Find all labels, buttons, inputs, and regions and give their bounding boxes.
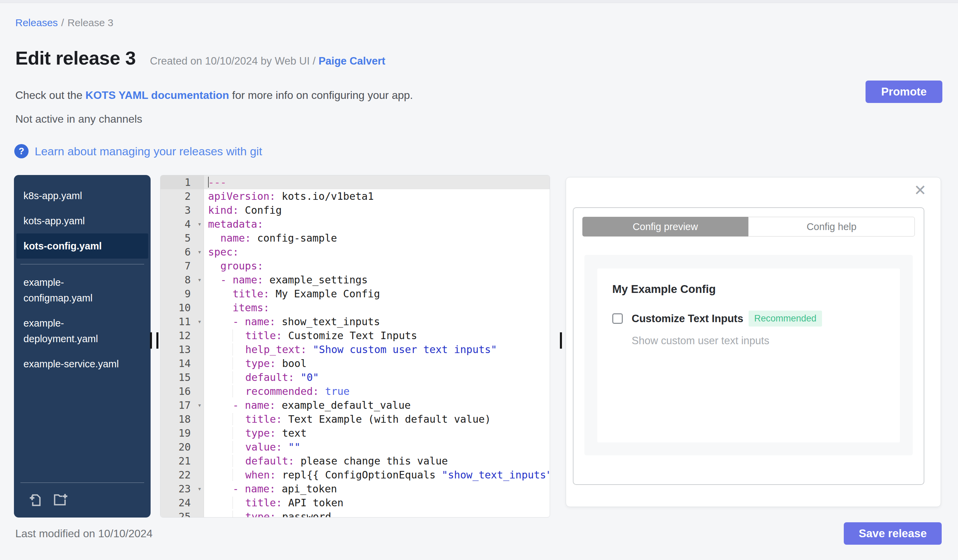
- config-item-help-text: Show custom user text inputs: [632, 335, 885, 347]
- editor-row: 7 groups:: [160, 259, 550, 273]
- gutter-cell[interactable]: 1: [160, 176, 204, 189]
- code-line[interactable]: title: API token: [204, 496, 550, 510]
- gutter-cell[interactable]: 12: [160, 329, 204, 343]
- code-line[interactable]: type: password: [204, 510, 550, 517]
- code-line[interactable]: default: please change this value: [204, 454, 550, 468]
- fold-arrow-icon[interactable]: ▾: [198, 398, 201, 412]
- editor-row: 16 recommended: true: [160, 384, 550, 398]
- gutter-cell[interactable]: 9: [160, 287, 204, 301]
- code-line[interactable]: ---: [204, 176, 550, 189]
- gutter-cell[interactable]: 11▾: [160, 315, 204, 329]
- file-item-kots-app-yaml[interactable]: kots-app.yaml: [16, 208, 148, 233]
- editor-row: 5 name: config-sample: [160, 231, 550, 245]
- gutter-cell[interactable]: 15: [160, 370, 204, 384]
- gutter-cell[interactable]: 5: [160, 231, 204, 245]
- editor-row: 14 type: bool: [160, 356, 550, 370]
- doc-line: Check out the KOTS YAML documentation fo…: [15, 89, 413, 101]
- gutter-cell[interactable]: 22: [160, 468, 204, 482]
- editor-row: 21 default: please change this value: [160, 454, 550, 468]
- sidebar-resize-handle[interactable]: [150, 332, 159, 349]
- save-release-button[interactable]: Save release: [844, 522, 942, 545]
- doc-prefix: Check out the: [15, 89, 85, 101]
- fold-arrow-icon[interactable]: ▾: [198, 315, 201, 329]
- editor-row: 1---: [160, 176, 550, 189]
- code-line[interactable]: type: bool: [204, 356, 550, 370]
- code-line[interactable]: when: repl{{ ConfigOptionEquals "show_te…: [204, 468, 550, 482]
- file-item-example-configmap-yaml[interactable]: example-configmap.yaml: [16, 270, 148, 310]
- code-line[interactable]: items:: [204, 301, 550, 315]
- editor-row: 22 when: repl{{ ConfigOptionEquals "show…: [160, 468, 550, 482]
- gutter-cell[interactable]: 23▾: [160, 482, 204, 496]
- last-modified-text: Last modified on 10/10/2024: [15, 527, 153, 540]
- created-meta: Created on 10/10/2024 by Web UI / Paige …: [150, 55, 385, 67]
- file-item-k8s-app-yaml[interactable]: k8s-app.yaml: [16, 183, 148, 208]
- code-line[interactable]: - name: example_default_value: [204, 398, 550, 412]
- close-icon[interactable]: ✕: [914, 183, 926, 198]
- gutter-cell[interactable]: 24: [160, 496, 204, 510]
- doc-suffix: for more info on configuring your app.: [229, 89, 413, 101]
- code-line[interactable]: kind: Config: [204, 203, 550, 217]
- gutter-cell[interactable]: 18: [160, 412, 204, 426]
- git-help-row[interactable]: ? Learn about managing your releases wit…: [14, 144, 262, 158]
- window-top-strip: [0, 0, 958, 3]
- code-line[interactable]: help_text: "Show custom user text inputs…: [204, 343, 550, 356]
- new-file-icon[interactable]: [27, 492, 43, 507]
- gutter-cell[interactable]: 20: [160, 440, 204, 454]
- file-item-example-service-yaml[interactable]: example-service.yaml: [16, 351, 148, 376]
- editor-row: 13 help_text: "Show custom user text inp…: [160, 343, 550, 356]
- gutter-cell[interactable]: 17▾: [160, 398, 204, 412]
- gutter-cell[interactable]: 14: [160, 356, 204, 370]
- gutter-cell[interactable]: 19: [160, 426, 204, 440]
- fold-arrow-icon[interactable]: ▾: [198, 482, 201, 496]
- fold-arrow-icon[interactable]: ▾: [198, 273, 201, 287]
- code-line[interactable]: metadata:: [204, 217, 550, 231]
- code-line[interactable]: - name: example_settings: [204, 273, 550, 287]
- code-line[interactable]: title: Text Example (with default value): [204, 412, 550, 426]
- gutter-cell[interactable]: 13: [160, 343, 204, 356]
- gutter-cell[interactable]: 25: [160, 510, 204, 517]
- code-line[interactable]: default: "0": [204, 370, 550, 384]
- gutter-cell[interactable]: 6▾: [160, 245, 204, 259]
- gutter-cell[interactable]: 4▾: [160, 217, 204, 231]
- file-item-example-deployment-yaml[interactable]: example-deployment.yaml: [16, 310, 148, 351]
- editor-row: 25 type: password: [160, 510, 550, 517]
- gutter-cell[interactable]: 2: [160, 189, 204, 203]
- kots-yaml-doc-link[interactable]: KOTS YAML documentation: [85, 89, 229, 101]
- file-list: k8s-app.yamlkots-app.yamlkots-config.yam…: [14, 183, 151, 376]
- gutter-cell[interactable]: 8▾: [160, 273, 204, 287]
- code-line[interactable]: title: My Example Config: [204, 287, 550, 301]
- code-line[interactable]: type: text: [204, 426, 550, 440]
- code-line[interactable]: title: Customize Text Inputs: [204, 329, 550, 343]
- code-line[interactable]: - name: api_token: [204, 482, 550, 496]
- gutter-cell[interactable]: 16: [160, 384, 204, 398]
- git-help-link[interactable]: Learn about managing your releases with …: [35, 145, 262, 158]
- file-item-kots-config-yaml[interactable]: kots-config.yaml: [16, 233, 148, 259]
- customize-text-inputs-checkbox[interactable]: [612, 313, 623, 324]
- editor-row: 12 title: Customize Text Inputs: [160, 329, 550, 343]
- preview-card: Config preview Config help My Example Co…: [573, 207, 924, 485]
- editor-row: 24 title: API token: [160, 496, 550, 510]
- yaml-code-editor[interactable]: 1---2apiVersion: kots.io/v1beta13kind: C…: [160, 175, 550, 517]
- code-line[interactable]: recommended: true: [204, 384, 550, 398]
- code-line[interactable]: groups:: [204, 259, 550, 273]
- editor-row: 2apiVersion: kots.io/v1beta1: [160, 189, 550, 203]
- author-link[interactable]: Paige Calvert: [319, 55, 385, 67]
- promote-button[interactable]: Promote: [866, 81, 942, 103]
- tab-config-preview[interactable]: Config preview: [582, 217, 748, 237]
- tab-config-help[interactable]: Config help: [748, 217, 915, 237]
- breadcrumb-releases-link[interactable]: Releases: [15, 17, 58, 28]
- new-folder-icon[interactable]: [52, 492, 68, 507]
- code-line[interactable]: apiVersion: kots.io/v1beta1: [204, 189, 550, 203]
- editor-row: 11▾ - name: show_text_inputs: [160, 315, 550, 329]
- code-line[interactable]: value: "": [204, 440, 550, 454]
- code-line[interactable]: spec:: [204, 245, 550, 259]
- fold-arrow-icon[interactable]: ▾: [198, 245, 201, 259]
- gutter-cell[interactable]: 7: [160, 259, 204, 273]
- code-line[interactable]: name: config-sample: [204, 231, 550, 245]
- fold-arrow-icon[interactable]: ▾: [198, 217, 201, 231]
- gutter-cell[interactable]: 10: [160, 301, 204, 315]
- resize-bar: [150, 332, 152, 349]
- code-line[interactable]: - name: show_text_inputs: [204, 315, 550, 329]
- gutter-cell[interactable]: 21: [160, 454, 204, 468]
- gutter-cell[interactable]: 3: [160, 203, 204, 217]
